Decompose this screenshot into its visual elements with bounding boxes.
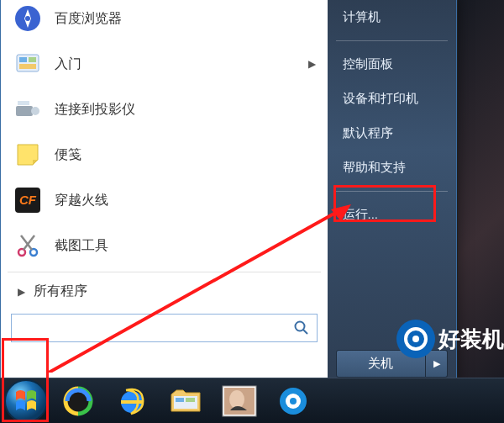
taskbar <box>0 378 504 423</box>
right-item-devices-printers[interactable]: 设备和打印机 <box>336 84 448 114</box>
program-label: 截图工具 <box>55 237 108 255</box>
program-item-baidu-browser[interactable]: 百度浏览器 <box>3 0 326 41</box>
right-item-computer[interactable]: 计算机 <box>336 3 448 32</box>
watermark-text: 好装机 <box>438 325 504 354</box>
search-box[interactable] <box>11 314 318 342</box>
divider <box>336 191 448 192</box>
svg-rect-5 <box>29 57 36 62</box>
taskbar-item-ie[interactable] <box>106 382 158 420</box>
program-item-projector[interactable]: 连接到投影仪 <box>3 87 326 132</box>
svg-point-30 <box>290 398 297 404</box>
svg-rect-4 <box>19 57 27 62</box>
photo-thumb-icon <box>222 385 257 417</box>
start-menu-left-panel: 百度浏览器 入门 ▶ <box>1 0 328 386</box>
crossfire-icon: CF <box>11 183 45 217</box>
program-label: 百度浏览器 <box>55 10 122 28</box>
svg-point-27 <box>229 390 244 409</box>
svg-point-8 <box>31 107 39 115</box>
search-icon <box>293 320 310 336</box>
svg-rect-6 <box>19 64 36 69</box>
welcome-icon <box>11 47 45 81</box>
start-button[interactable] <box>2 382 50 420</box>
folder-icon <box>169 386 202 416</box>
svg-rect-7 <box>16 106 33 116</box>
projector-icon <box>11 93 45 126</box>
right-item-help-support[interactable]: 帮助和支持 <box>336 153 448 182</box>
svg-rect-23 <box>176 398 184 402</box>
search-input[interactable] <box>20 321 293 336</box>
program-label: 穿越火线 <box>55 192 108 209</box>
program-label: 便笺 <box>55 146 81 164</box>
triangle-right-icon: ▶ <box>433 358 440 369</box>
scissors-icon <box>11 229 45 262</box>
swirl-icon <box>62 385 94 417</box>
taskbar-item-app2[interactable] <box>267 382 319 420</box>
program-label: 连接到投影仪 <box>55 101 135 119</box>
program-item-crossfire[interactable]: CF 穿越火线 <box>3 177 326 223</box>
program-list: 百度浏览器 入门 ▶ <box>3 0 326 268</box>
compass-icon <box>11 2 45 35</box>
program-item-welcome[interactable]: 入门 ▶ <box>3 41 326 87</box>
svg-point-16 <box>295 322 304 331</box>
program-item-snipping-tool[interactable]: 截图工具 <box>3 223 326 268</box>
ie-icon <box>116 385 148 417</box>
svg-point-2 <box>25 16 30 21</box>
program-item-sticky-notes[interactable]: 便笺 <box>3 132 326 177</box>
svg-text:CF: CF <box>19 193 37 207</box>
taskbar-item-app1[interactable] <box>52 382 104 420</box>
watermark-logo-icon <box>396 320 435 358</box>
svg-line-17 <box>303 330 307 334</box>
windows-orb-icon <box>4 379 48 423</box>
all-programs-label: 所有程序 <box>34 283 87 300</box>
watermark: 好装机 <box>396 320 504 358</box>
divider <box>8 272 321 272</box>
sticky-note-icon <box>11 138 45 172</box>
right-item-control-panel[interactable]: 控制面板 <box>336 50 448 79</box>
blue-compass-icon <box>277 385 309 417</box>
divider <box>336 40 448 41</box>
all-programs-button[interactable]: ▶ 所有程序 <box>3 274 326 309</box>
start-menu: 百度浏览器 入门 ▶ <box>0 0 457 387</box>
svg-rect-9 <box>18 101 29 105</box>
svg-rect-24 <box>186 398 195 402</box>
triangle-right-icon: ▶ <box>18 286 25 298</box>
taskbar-item-explorer[interactable] <box>160 382 212 420</box>
right-item-default-programs[interactable]: 默认程序 <box>336 119 448 148</box>
taskbar-item-photo[interactable] <box>213 382 265 420</box>
right-item-run[interactable]: 运行... <box>336 200 448 230</box>
program-label: 入门 <box>55 56 81 73</box>
submenu-arrow-icon: ▶ <box>308 58 316 70</box>
